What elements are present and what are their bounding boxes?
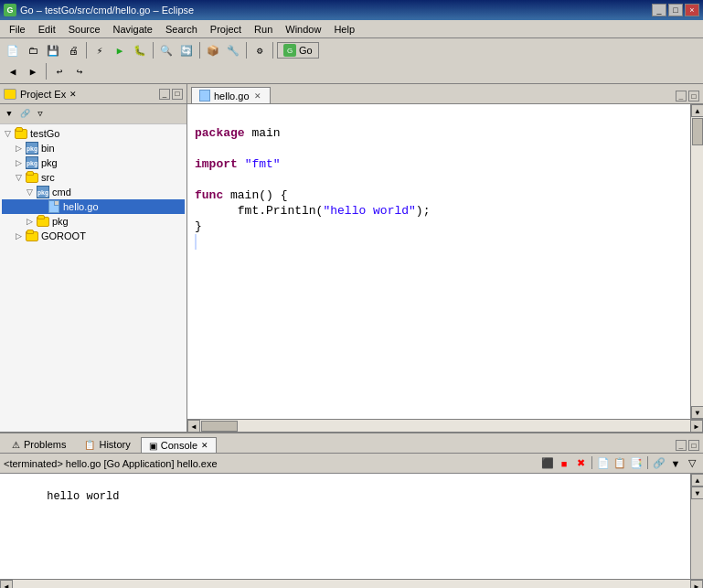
tree-item-hello-go[interactable]: hello.go [2, 199, 185, 214]
cs-track[interactable] [13, 580, 690, 588]
pe-close-icon[interactable]: ✕ [69, 90, 77, 99]
minimize-button[interactable]: _ [652, 4, 666, 16]
problems-icon: ⚠ [12, 440, 20, 450]
src-pkg-label: pkg [52, 216, 69, 227]
toolbar-btn[interactable]: 🗀 [24, 41, 42, 59]
scroll-track-h[interactable] [200, 420, 690, 432]
scroll-track-v[interactable] [691, 117, 703, 406]
toolbar-btn3[interactable]: ⚡ [91, 41, 109, 59]
go-file-icon [48, 200, 59, 213]
menu-navigate[interactable]: Navigate [108, 22, 158, 37]
scroll-left[interactable]: ◀ [187, 420, 200, 433]
cs-left[interactable]: ◀ [0, 580, 13, 588]
scroll-right[interactable]: ▶ [690, 420, 703, 433]
editor-minimize[interactable]: _ [676, 91, 687, 102]
tree-item-cmd[interactable]: ▽ pkg cmd [2, 185, 185, 199]
console-btn3[interactable]: 📑 [629, 456, 644, 471]
pkg-icon2: pkg [26, 156, 38, 169]
pe-link-editor[interactable]: 🔗 [17, 107, 32, 122]
toggle-testgo[interactable]: ▽ [4, 129, 12, 138]
toolbar-btn7[interactable]: 📦 [204, 41, 222, 59]
new-button[interactable]: 📄 [4, 41, 22, 59]
tree-item-goroot[interactable]: ▷ GOROOT [2, 229, 185, 243]
forward-button[interactable]: ▶ [24, 62, 42, 80]
bottom-minimize[interactable]: _ [676, 440, 687, 451]
toolbar-btn10[interactable]: ↩ [50, 62, 69, 80]
menu-edit[interactable]: Edit [33, 22, 61, 37]
menu-help[interactable]: Help [328, 22, 360, 37]
go-run-button[interactable]: G Go [277, 42, 319, 59]
sep7 [591, 456, 592, 469]
menu-file[interactable]: File [4, 22, 31, 37]
tab-right-controls: _ □ [676, 91, 699, 103]
cmd-icon: pkg [36, 186, 50, 198]
console-btn5[interactable]: ▼ [668, 456, 683, 471]
toolbar-btn6[interactable]: 🔄 [177, 41, 196, 59]
toggle-cmd[interactable]: ▽ [26, 187, 34, 197]
tab-history[interactable]: 📋 History [76, 436, 138, 453]
console-btn1[interactable]: 📄 [596, 456, 611, 471]
tab-close-btn[interactable]: ✕ [253, 91, 262, 101]
code-content[interactable]: package main import "fmt" func main() { … [187, 104, 690, 419]
toolbar-btn11[interactable]: ↪ [70, 62, 89, 80]
menu-window[interactable]: Window [280, 22, 326, 37]
folder-icon-src [26, 173, 38, 183]
tab-problems[interactable]: ⚠ Problems [4, 436, 74, 453]
pe-menu[interactable]: ▽ [33, 107, 48, 122]
editor-scrollbar-vertical[interactable]: ▲ ▼ [690, 104, 703, 419]
bottom-maximize[interactable]: □ [688, 440, 699, 451]
back-button[interactable]: ◀ [4, 62, 22, 80]
toolbar-btn2[interactable]: 🖨 [64, 41, 82, 59]
editor-tab-hello-go[interactable]: hello.go ✕ [191, 87, 271, 103]
console-terminate2[interactable]: ✖ [573, 456, 588, 471]
editor-scrollbar-horizontal[interactable]: ◀ ▶ [187, 419, 703, 432]
toolbar-btn5[interactable]: 🔍 [157, 41, 176, 59]
console-scroll-down[interactable]: ▼ [691, 486, 703, 499]
menu-run[interactable]: Run [249, 22, 278, 37]
run-button[interactable]: ▶ [111, 41, 129, 59]
console-scrollbar-v[interactable]: ▲ ▼ [690, 474, 703, 579]
console-scrollbar-h[interactable]: ◀ ▶ [0, 579, 703, 588]
tree-item-testgo[interactable]: ▽ testGo [2, 126, 185, 141]
tree-item-bin[interactable]: ▷ pkg bin [2, 141, 185, 155]
close-button[interactable]: × [685, 4, 699, 16]
console-btn6[interactable]: ▽ [685, 456, 699, 471]
menu-source[interactable]: Source [63, 22, 106, 37]
toggle-src[interactable]: ▽ [15, 173, 23, 182]
menu-project[interactable]: Project [205, 22, 247, 37]
tab-console-close[interactable]: ✕ [201, 441, 208, 450]
console-clear[interactable]: ⬛ [540, 456, 555, 471]
console-btn4[interactable]: 🔗 [652, 456, 666, 471]
scroll-thumb-v[interactable] [692, 118, 703, 145]
console-terminate[interactable]: ■ [557, 456, 571, 471]
pe-maximize[interactable]: □ [172, 89, 183, 100]
toggle-src-pkg[interactable]: ▷ [26, 217, 34, 226]
scroll-up[interactable]: ▲ [691, 104, 703, 117]
toolbar-btn8[interactable]: 🔧 [224, 41, 242, 59]
editor-maximize[interactable]: □ [688, 91, 699, 102]
toggle-hello [37, 202, 45, 211]
toolbar-btn9[interactable]: ⚙ [250, 41, 269, 59]
console-scroll-up[interactable]: ▲ [691, 474, 703, 486]
tab-console-label: Console [161, 440, 197, 451]
cs-right[interactable]: ▶ [690, 580, 703, 588]
tree-item-src[interactable]: ▽ src [2, 170, 185, 185]
pe-collapse-all[interactable]: ▼ [2, 107, 16, 122]
menu-search[interactable]: Search [160, 22, 203, 37]
tree-item-pkg[interactable]: ▷ pkg pkg [2, 155, 185, 170]
scroll-down[interactable]: ▼ [691, 406, 703, 419]
scroll-thumb-h[interactable] [201, 421, 238, 432]
toggle-bin[interactable]: ▷ [15, 144, 23, 153]
tab-history-label: History [99, 439, 130, 450]
go-label: Go [299, 45, 313, 56]
title-bar-buttons[interactable]: _ □ × [652, 4, 699, 16]
toggle-goroot[interactable]: ▷ [15, 231, 23, 241]
tab-console[interactable]: ▣ Console ✕ [141, 437, 217, 453]
pe-minimize[interactable]: _ [159, 89, 170, 100]
maximize-button[interactable]: □ [668, 4, 683, 16]
toggle-pkg[interactable]: ▷ [15, 158, 23, 167]
toolbar-btn4[interactable]: 🐛 [131, 41, 149, 59]
save-button[interactable]: 💾 [44, 41, 62, 59]
tree-item-src-pkg[interactable]: ▷ pkg [2, 214, 185, 229]
console-btn2[interactable]: 📋 [612, 456, 627, 471]
